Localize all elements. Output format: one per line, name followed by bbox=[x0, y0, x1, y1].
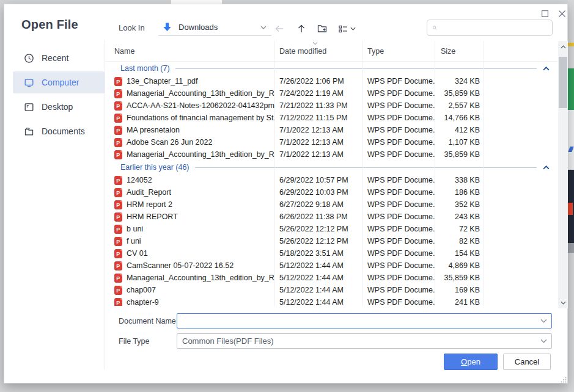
close-icon bbox=[559, 10, 565, 17]
file-row[interactable]: P1240526/29/2022 10:57 PMWPS PDF Docume.… bbox=[105, 174, 558, 186]
group-label: Earlier this year (46) bbox=[120, 163, 189, 172]
file-row[interactable]: PManagerial_Accounting_13th_edition_by_R… bbox=[105, 272, 558, 284]
file-name: PAudit_Report bbox=[105, 188, 274, 197]
file-row[interactable]: PMA presnetaion7/1/2022 12:13 AMWPS PDF … bbox=[105, 124, 558, 136]
scrollbar-thumb[interactable] bbox=[559, 57, 567, 108]
file-type: WPS PDF Docume... bbox=[362, 176, 435, 184]
file-size: 14,766 KB bbox=[435, 114, 484, 122]
new-folder-button[interactable] bbox=[315, 21, 329, 36]
collapse-group-icon[interactable] bbox=[543, 67, 550, 71]
file-row[interactable]: Pchapter-95/12/2022 1:44 AMWPS PDF Docum… bbox=[105, 296, 558, 306]
file-size: 1,107 KB bbox=[435, 138, 484, 147]
search-box[interactable] bbox=[427, 20, 553, 36]
scroll-up-button[interactable] bbox=[558, 42, 568, 51]
file-type-select[interactable]: Common Files(PDF Files) bbox=[177, 333, 552, 349]
view-options-button[interactable] bbox=[336, 21, 358, 36]
file-row[interactable]: PAdobe Scan 26 Jun 20227/1/2022 12:13 AM… bbox=[105, 136, 558, 148]
file-name: PManagerial_Accounting_13th_edition_by_R… bbox=[105, 89, 274, 98]
sidebar-item-recent[interactable]: Recent bbox=[13, 47, 105, 69]
background-desktop-strip bbox=[568, 0, 574, 392]
column-header-size[interactable]: Size bbox=[435, 47, 484, 56]
location-dropdown[interactable]: Downloads bbox=[158, 19, 271, 36]
file-size: 241 KB bbox=[435, 298, 484, 306]
collapse-group-icon[interactable] bbox=[543, 165, 550, 170]
file-date-modified: 5/18/2022 3:51 AM bbox=[274, 249, 362, 258]
file-row[interactable]: PFoundations of financial management by … bbox=[105, 112, 558, 124]
file-name: P13e_Chapter_11_pdf bbox=[105, 77, 274, 86]
search-input[interactable] bbox=[441, 22, 548, 34]
open-file-dialog: Open File Look In Downloads Recent Compu… bbox=[4, 4, 568, 383]
file-row[interactable]: Pchap0075/12/2022 1:44 AMWPS PDF Docume.… bbox=[105, 284, 558, 296]
chevron-up-icon bbox=[561, 45, 566, 49]
file-name: Pchapter-9 bbox=[105, 298, 274, 307]
pdf-file-icon: P bbox=[114, 200, 122, 209]
back-button[interactable] bbox=[272, 21, 287, 36]
column-header-name[interactable]: Name bbox=[105, 47, 274, 56]
file-row[interactable]: PManagerial_Accounting_13th_edition_by_R… bbox=[105, 87, 558, 100]
svg-text:P: P bbox=[116, 227, 120, 233]
group-header[interactable]: Earlier this year (46) bbox=[105, 161, 558, 174]
file-type: WPS PDF Docume... bbox=[362, 298, 435, 306]
file-date-modified: 7/1/2022 12:13 AM bbox=[274, 138, 362, 147]
chevron-down-icon[interactable] bbox=[540, 339, 547, 343]
pdf-file-icon: P bbox=[114, 212, 122, 222]
close-button[interactable] bbox=[554, 6, 569, 21]
file-row[interactable]: P13e_Chapter_11_pdf7/26/2022 1:06 PMWPS … bbox=[105, 75, 558, 87]
file-row[interactable]: PCV 015/18/2022 3:51 AMWPS PDF Docume...… bbox=[105, 247, 558, 260]
svg-text:P: P bbox=[116, 202, 120, 208]
document-name-input[interactable] bbox=[180, 316, 540, 327]
file-name: Pb uni bbox=[105, 225, 274, 234]
file-row[interactable]: PHRM REPORT6/26/2022 11:38 PMWPS PDF Doc… bbox=[105, 211, 558, 223]
sidebar-item-label: Computer bbox=[42, 78, 79, 87]
group-divider-line bbox=[175, 68, 537, 69]
svg-text:P: P bbox=[116, 152, 120, 158]
file-row[interactable]: PManagerial_Accounting_13th_edition_by_R… bbox=[105, 148, 558, 161]
open-button[interactable]: Open bbox=[444, 354, 498, 370]
pdf-file-icon: P bbox=[114, 225, 122, 234]
resize-grip[interactable] bbox=[561, 377, 567, 383]
svg-text:P: P bbox=[116, 178, 120, 184]
file-size: 243 KB bbox=[435, 212, 484, 221]
file-row[interactable]: PHRM report 26/27/2022 9:18 AMWPS PDF Do… bbox=[105, 198, 558, 211]
cancel-button[interactable]: Cancel bbox=[503, 354, 551, 370]
list-view-icon bbox=[338, 24, 348, 34]
sidebar-item-computer[interactable]: Computer bbox=[13, 71, 105, 93]
file-date-modified: 6/29/2022 10:03 PM bbox=[274, 188, 362, 197]
pdf-file-icon: P bbox=[114, 298, 122, 307]
file-row[interactable]: PACCA-AA-S21-Notes-12062022-041432pm7/21… bbox=[105, 100, 558, 112]
column-header-date-modified[interactable]: Date modified bbox=[274, 47, 362, 56]
file-type-value: Common Files(PDF Files) bbox=[182, 336, 540, 346]
group-header[interactable]: Last month (7) bbox=[105, 62, 558, 75]
sidebar-item-desktop[interactable]: Desktop bbox=[13, 96, 105, 118]
file-date-modified: 7/21/2022 11:33 PM bbox=[274, 101, 362, 110]
maximize-button[interactable] bbox=[537, 6, 552, 21]
file-date-modified: 7/26/2022 1:06 PM bbox=[274, 77, 362, 85]
column-header-type[interactable]: Type bbox=[362, 47, 435, 56]
new-folder-icon bbox=[317, 23, 328, 34]
chevron-down-icon[interactable] bbox=[540, 319, 547, 323]
pdf-file-icon: P bbox=[114, 286, 122, 295]
svg-text:P: P bbox=[116, 214, 120, 220]
file-type: WPS PDF Docume... bbox=[362, 261, 435, 270]
scroll-down-button[interactable] bbox=[558, 298, 568, 307]
file-row[interactable]: PAudit_Report6/29/2022 10:03 PMWPS PDF D… bbox=[105, 186, 558, 198]
vertical-scrollbar[interactable] bbox=[558, 41, 568, 308]
pdf-file-icon: P bbox=[114, 188, 122, 197]
svg-text:P: P bbox=[116, 115, 120, 122]
document-name-combo[interactable] bbox=[177, 313, 552, 328]
pdf-file-icon: P bbox=[114, 138, 122, 147]
sidebar-item-documents[interactable]: Documents bbox=[13, 120, 105, 142]
file-size: 4,869 KB bbox=[435, 261, 484, 270]
file-date-modified: 5/12/2022 1:44 AM bbox=[274, 261, 362, 270]
file-row[interactable]: Pf uni5/26/2022 12:12 PMWPS PDF Docume..… bbox=[105, 235, 558, 247]
file-row[interactable]: Pb uni5/26/2022 12:12 PMWPS PDF Docume..… bbox=[105, 223, 558, 235]
file-name: PHRM REPORT bbox=[105, 212, 274, 222]
file-row[interactable]: PCamScanner 05-07-2022 16.525/12/2022 1:… bbox=[105, 260, 558, 272]
clock-icon bbox=[24, 53, 34, 64]
pdf-file-icon: P bbox=[114, 261, 122, 270]
chevron-down-icon bbox=[260, 26, 267, 29]
file-type: WPS PDF Docume... bbox=[362, 150, 435, 159]
file-name: PMA presnetaion bbox=[105, 126, 274, 135]
file-size: 2,557 KB bbox=[435, 101, 484, 110]
up-directory-button[interactable] bbox=[294, 21, 309, 36]
